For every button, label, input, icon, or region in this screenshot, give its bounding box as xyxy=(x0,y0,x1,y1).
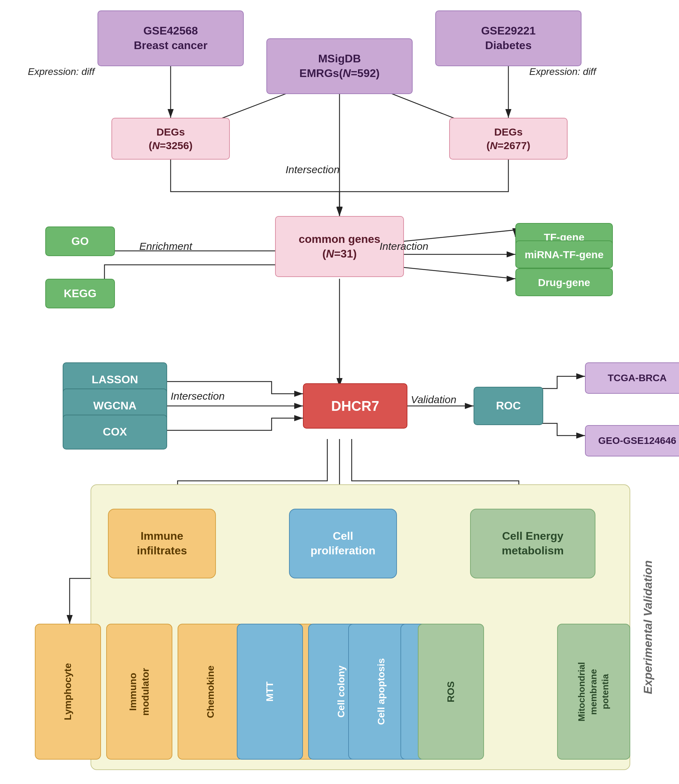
cox-node: COX xyxy=(63,415,167,450)
tcga-brca-node: TCGA-BRCA xyxy=(585,362,679,394)
gse29221-node: GSE29221 Diabetes xyxy=(435,11,582,66)
cell-energy-node: Cell Energy metabolism xyxy=(470,509,595,579)
cell-proliferation-node: Cell proliferation xyxy=(289,509,397,579)
drug-gene-node: Drug-gene xyxy=(515,268,613,296)
dhcr7-node: DHCR7 xyxy=(303,383,407,429)
mitochondrial-node: Mitochondrial membrane potentia xyxy=(557,624,630,760)
kegg-node: KEGG xyxy=(45,279,115,308)
enrichment-label: Enrichment xyxy=(139,240,192,252)
diagram: GSE42568 Breast cancer GSE29221 Diabetes… xyxy=(0,0,679,784)
expression-diff-right-label: Expression: diff xyxy=(529,66,596,77)
lymphocyte-node: Lymphocyte xyxy=(35,624,101,760)
experimental-validation-label: Experimental Validation xyxy=(637,523,658,732)
msigdb-node: MSigDB EMRGs(N=592) xyxy=(266,38,413,94)
validation-label: Validation xyxy=(411,394,457,406)
geo-gse124646-node: GEO-GSE124646 xyxy=(585,425,679,456)
gse42568-node: GSE42568 Breast cancer xyxy=(97,11,244,66)
mirna-tf-gene-node: miRNA-TF-gene xyxy=(515,240,613,268)
interaction-label: Interaction xyxy=(380,240,428,252)
intersection-top-label: Intersection xyxy=(286,164,340,176)
immune-infiltrates-node: Immune infiltrates xyxy=(108,509,216,579)
go-node: GO xyxy=(45,226,115,256)
intersection-mid-label: Intersection xyxy=(171,390,225,402)
degs-left-node: DEGs (N=3256) xyxy=(111,118,230,160)
roc-node: ROC xyxy=(474,387,543,425)
expression-diff-left-label: Expression: diff xyxy=(28,66,94,77)
mtt-node: MTT xyxy=(237,624,303,760)
degs-right-node: DEGs (N=2677) xyxy=(449,118,568,160)
ros-node: ROS xyxy=(418,624,484,760)
chemokine-node: Chemokine xyxy=(178,624,244,760)
immuno-modulator-node: Immuno modulator xyxy=(106,624,172,760)
